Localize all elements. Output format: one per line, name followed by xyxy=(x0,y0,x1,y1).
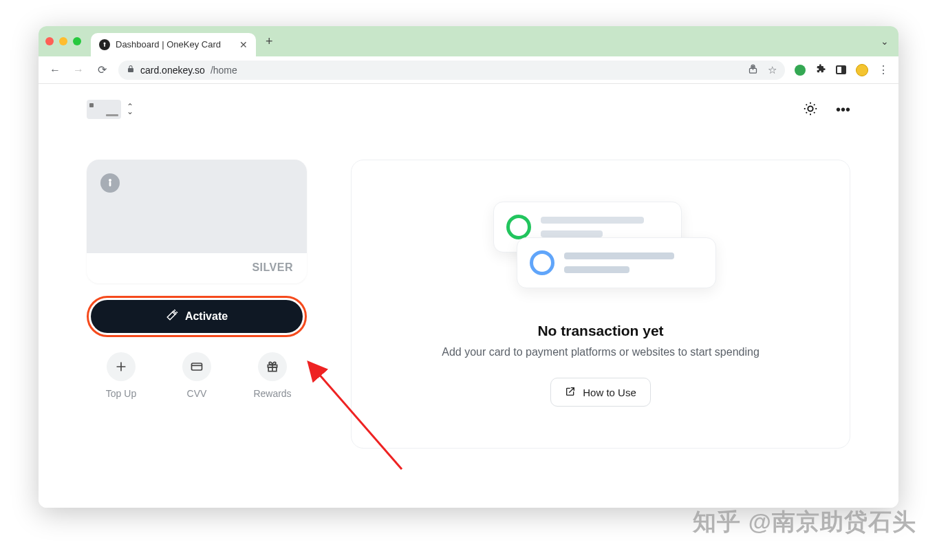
watermark: 知乎 @南京助贷石头 xyxy=(693,506,916,538)
transactions-panel: No transaction yet Add your card to paym… xyxy=(351,160,850,449)
new-tab-button[interactable]: + xyxy=(266,35,273,47)
activate-highlight: Activate xyxy=(87,296,307,337)
card-logo-icon xyxy=(100,173,120,193)
browser-toolbar: ← → ⟳ card.onekey.so/home ☆ ⋮ xyxy=(39,56,898,84)
how-to-use-label: How to Use xyxy=(583,387,636,398)
tab-close-icon[interactable]: ✕ xyxy=(239,40,248,50)
action-rewards-label: Rewards xyxy=(253,388,291,399)
activate-button[interactable]: Activate xyxy=(91,300,303,333)
theme-toggle-icon[interactable] xyxy=(803,101,818,118)
side-panel-icon[interactable] xyxy=(836,65,846,74)
page-content: ⌃⌄ ••• SILVER xyxy=(39,84,898,508)
empty-subtitle: Add your card to payment platforms or we… xyxy=(442,346,760,358)
tab-title: Dashboard | OneKey Card xyxy=(116,39,221,50)
profile-avatar-icon[interactable] xyxy=(856,64,868,76)
activate-label: Activate xyxy=(185,310,228,323)
gift-icon xyxy=(258,352,287,381)
action-rewards[interactable]: Rewards xyxy=(245,352,300,399)
extensions-icon[interactable] xyxy=(815,63,826,76)
action-topup[interactable]: Top Up xyxy=(94,352,149,399)
action-cvv-label: CVV xyxy=(187,388,207,399)
address-bar[interactable]: card.onekey.so/home ☆ xyxy=(118,61,785,80)
magic-wand-icon xyxy=(166,309,178,324)
extensions-area: ⋮ xyxy=(795,63,889,76)
lock-icon xyxy=(127,65,135,75)
card-switcher[interactable]: ⌃⌄ xyxy=(87,100,133,119)
card-icon xyxy=(182,352,211,381)
switcher-chevron-icon: ⌃⌄ xyxy=(127,105,133,114)
nav-back-icon[interactable]: ← xyxy=(48,64,62,76)
url-host: card.onekey.so xyxy=(140,65,205,76)
empty-title: No transaction yet xyxy=(537,323,663,339)
extension-onekey-icon[interactable] xyxy=(795,65,806,76)
tab-favicon-icon xyxy=(99,39,110,50)
nav-reload-icon[interactable]: ⟳ xyxy=(95,63,109,76)
svg-rect-6 xyxy=(192,363,202,370)
svg-rect-1 xyxy=(104,44,105,47)
svg-point-3 xyxy=(808,106,812,111)
card-actions: Top Up CVV Rewards xyxy=(87,352,307,399)
external-link-icon xyxy=(565,386,576,399)
bookmark-star-icon[interactable]: ☆ xyxy=(768,64,777,76)
tab-strip: Dashboard | OneKey Card ✕ + ⌄ xyxy=(39,26,898,56)
svg-rect-5 xyxy=(109,182,111,186)
url-path: /home xyxy=(211,65,237,76)
window-controls xyxy=(45,37,81,45)
plus-icon xyxy=(107,352,136,381)
share-icon[interactable] xyxy=(748,64,758,76)
tabs-dropdown-icon[interactable]: ⌄ xyxy=(881,36,889,47)
action-cvv[interactable]: CVV xyxy=(169,352,224,399)
nav-forward-icon[interactable]: → xyxy=(72,64,85,76)
svg-point-4 xyxy=(109,179,111,182)
browser-window: Dashboard | OneKey Card ✕ + ⌄ ← → ⟳ card… xyxy=(39,26,898,508)
app-header: ⌃⌄ ••• xyxy=(39,84,898,135)
how-to-use-button[interactable]: How to Use xyxy=(550,378,651,407)
empty-illustration xyxy=(491,202,711,305)
window-maximize[interactable] xyxy=(73,37,81,45)
window-close[interactable] xyxy=(45,37,54,45)
card-visual: SILVER xyxy=(87,160,307,283)
browser-tab[interactable]: Dashboard | OneKey Card ✕ xyxy=(91,33,256,56)
window-minimize[interactable] xyxy=(59,37,67,45)
action-topup-label: Top Up xyxy=(106,388,136,399)
browser-menu-icon[interactable]: ⋮ xyxy=(878,65,889,76)
mini-card-icon xyxy=(87,100,121,119)
card-tier-label: SILVER xyxy=(252,261,293,274)
more-menu-icon[interactable]: ••• xyxy=(836,103,850,116)
